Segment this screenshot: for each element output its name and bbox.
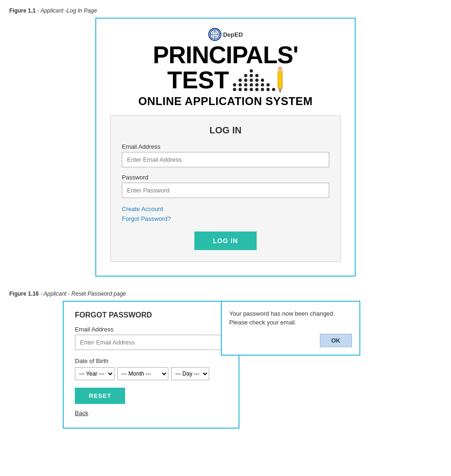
password-label: Password [122,174,329,181]
reset-email-label: Email Address [75,326,227,333]
login-button[interactable]: LOG IN [194,231,257,250]
login-form-box: LOG IN Email Address Password Create Acc… [110,115,341,262]
form-links: Create Account Forgot Password? [122,205,329,224]
deped-logo [208,28,221,41]
online-system-title: ONLINE APPLICATION SYSTEM [110,95,341,108]
back-link[interactable]: Back [75,410,227,416]
figure-1-16-label: Figure 1.16 - Applicant - Reset Password… [9,291,442,297]
email-input[interactable] [122,152,329,167]
login-page-container: DepED PRINCIPALS' TEST [95,18,356,277]
dots-pencil-area [233,67,284,93]
ok-button[interactable]: OK [320,334,352,347]
svg-rect-5 [278,70,282,71]
reset-password-container: FORGOT PASSWORD Email Address Date of Bi… [63,301,239,429]
deped-text: DepED [223,31,243,38]
svg-rect-6 [278,71,282,87]
logo-area: DepED PRINCIPALS' TEST [110,28,341,108]
pencil-icon [276,67,284,93]
reset-button[interactable]: RESET [75,388,125,404]
create-account-link[interactable]: Create Account [122,205,329,214]
figure-1-1-label: Figure 1.1 - Applicant -Log In Page [9,7,442,14]
month-select[interactable]: --- Month --- [117,367,168,380]
test-row: TEST [110,67,341,93]
dob-selects-row: --- Year --- --- Month --- --- Day --- [75,367,227,380]
notification-message: Your password has now been changed. Plea… [229,309,352,327]
year-select[interactable]: --- Year --- [75,367,114,380]
test-text: TEST [167,68,229,92]
notification-popup: Your password has now been changed. Plea… [221,301,360,356]
figure-1-16-section: Figure 1.16 - Applicant - Reset Password… [9,291,442,429]
reset-email-input[interactable] [75,335,227,350]
deped-badge: DepED [208,28,243,41]
principals-title: PRINCIPALS' [110,43,341,67]
svg-rect-4 [278,67,282,70]
dots-bars-icon [233,69,275,93]
email-label: Email Address [122,143,329,150]
reset-form-title: FORGOT PASSWORD [75,311,227,319]
day-select[interactable]: --- Day --- [171,367,209,380]
login-form-title: LOG IN [122,125,329,136]
password-input[interactable] [122,183,329,198]
dob-label: Date of Birth [75,357,227,364]
figure-1-1-section: Figure 1.1 - Applicant -Log In Page DepE… [9,7,442,277]
figure-1-16-area: FORGOT PASSWORD Email Address Date of Bi… [63,301,388,429]
forgot-password-link[interactable]: Forgot Password? [122,214,329,224]
